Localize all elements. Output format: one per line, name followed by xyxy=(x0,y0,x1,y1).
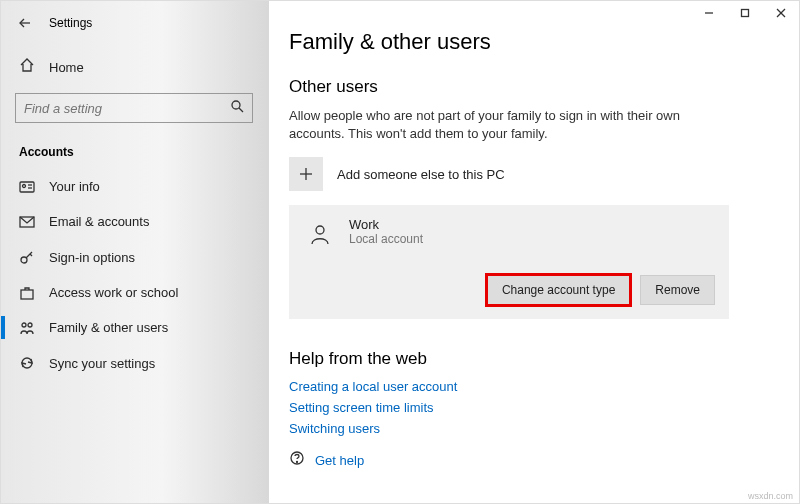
sidebar-item-email-accounts[interactable]: Email & accounts xyxy=(1,204,269,239)
user-actions: Change account type Remove xyxy=(303,275,715,305)
family-icon xyxy=(19,321,35,335)
other-users-heading: Other users xyxy=(289,77,775,97)
add-icon xyxy=(289,157,323,191)
search-box[interactable] xyxy=(15,93,253,123)
help-links: Creating a local user account Setting sc… xyxy=(289,379,775,436)
search-input[interactable] xyxy=(24,101,230,116)
sidebar-item-your-info[interactable]: Your info xyxy=(1,169,269,204)
other-users-description: Allow people who are not part of your fa… xyxy=(289,107,729,143)
sync-icon xyxy=(19,355,35,371)
help-section: Help from the web Creating a local user … xyxy=(289,349,775,470)
nav-label: Family & other users xyxy=(49,320,168,335)
page-title: Family & other users xyxy=(289,29,775,55)
svg-point-17 xyxy=(28,323,32,327)
sidebar-section-header: Accounts xyxy=(1,131,269,169)
svg-point-8 xyxy=(23,184,26,187)
key-icon xyxy=(19,249,35,265)
sidebar-item-work-school[interactable]: Access work or school xyxy=(1,275,269,310)
home-icon xyxy=(19,57,35,77)
minimize-button[interactable] xyxy=(691,1,727,25)
svg-rect-1 xyxy=(742,10,749,17)
watermark: wsxdn.com xyxy=(748,491,793,501)
person-card-icon xyxy=(19,181,35,193)
user-card[interactable]: Work Local account Change account type R… xyxy=(289,205,729,319)
get-help-row[interactable]: Get help xyxy=(289,450,775,470)
maximize-button[interactable] xyxy=(727,1,763,25)
content-area: Family & other users Other users Allow p… xyxy=(269,1,799,503)
svg-line-6 xyxy=(239,108,243,112)
sidebar-home-label: Home xyxy=(49,60,84,75)
svg-point-22 xyxy=(297,462,298,463)
nav-label: Your info xyxy=(49,179,100,194)
help-link-switching-users[interactable]: Switching users xyxy=(289,421,775,436)
email-icon xyxy=(19,216,35,228)
add-user-row[interactable]: Add someone else to this PC xyxy=(289,157,775,191)
search-icon xyxy=(230,99,244,117)
svg-point-16 xyxy=(22,323,26,327)
briefcase-icon xyxy=(19,286,35,300)
close-button[interactable] xyxy=(763,1,799,25)
back-button[interactable] xyxy=(15,13,35,33)
remove-user-button[interactable]: Remove xyxy=(640,275,715,305)
sidebar-home[interactable]: Home xyxy=(1,49,269,85)
help-heading: Help from the web xyxy=(289,349,775,369)
sidebar-item-family-users[interactable]: Family & other users xyxy=(1,310,269,345)
sidebar-item-signin-options[interactable]: Sign-in options xyxy=(1,239,269,275)
change-account-type-button[interactable]: Change account type xyxy=(487,275,630,305)
sidebar-item-sync-settings[interactable]: Sync your settings xyxy=(1,345,269,381)
add-user-label: Add someone else to this PC xyxy=(337,167,505,182)
help-link-local-account[interactable]: Creating a local user account xyxy=(289,379,775,394)
titlebar-controls xyxy=(691,1,799,25)
nav-label: Sync your settings xyxy=(49,356,155,371)
user-info: Work Local account xyxy=(303,217,715,251)
nav-label: Sign-in options xyxy=(49,250,135,265)
user-avatar-icon xyxy=(303,217,337,251)
svg-rect-15 xyxy=(21,290,33,299)
get-help-link[interactable]: Get help xyxy=(315,453,364,468)
user-name: Work xyxy=(349,217,423,232)
svg-point-5 xyxy=(232,101,240,109)
help-icon xyxy=(289,450,305,470)
nav-label: Access work or school xyxy=(49,285,178,300)
app-title: Settings xyxy=(49,16,92,30)
sidebar: Settings Home Accounts Your info Email &… xyxy=(1,1,269,503)
help-link-screen-time[interactable]: Setting screen time limits xyxy=(289,400,775,415)
svg-line-14 xyxy=(30,254,32,256)
user-account-type: Local account xyxy=(349,232,423,246)
sidebar-header: Settings xyxy=(1,7,269,43)
nav-label: Email & accounts xyxy=(49,214,149,229)
search-wrap xyxy=(1,85,269,131)
svg-point-20 xyxy=(316,226,324,234)
settings-window: Settings Home Accounts Your info Email &… xyxy=(0,0,800,504)
